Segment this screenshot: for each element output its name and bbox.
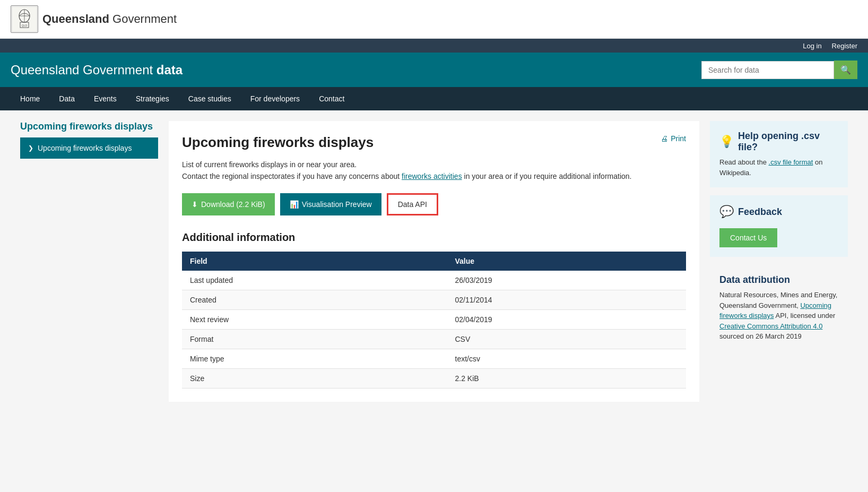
cell-value: text/csv xyxy=(447,349,687,368)
visualise-button[interactable]: 📊 Visualisation Preview xyxy=(280,193,381,215)
nav-contact[interactable]: Contact xyxy=(309,87,354,110)
search-input[interactable] xyxy=(701,61,834,79)
data-attribution-panel: Data attribution Natural Resources, Mine… xyxy=(710,265,848,351)
sidebar-item-fireworks[interactable]: ❯ Upcoming fireworks displays xyxy=(20,137,158,159)
contact-button[interactable]: Contact Us xyxy=(719,228,777,247)
search-button[interactable]: 🔍 xyxy=(834,61,857,79)
info-table: Field Value Last updated26/03/2019Create… xyxy=(182,252,686,389)
table-row: Next review02/04/2019 xyxy=(182,309,686,329)
cell-value: 02/04/2019 xyxy=(447,309,687,329)
table-row: Last updated26/03/2019 xyxy=(182,271,686,290)
additional-info: Additional information Field Value Last … xyxy=(182,231,686,389)
data-attrib-title: Data attribution xyxy=(719,274,838,286)
col-field: Field xyxy=(182,252,447,271)
cell-field: Next review xyxy=(182,309,447,329)
help-text: Read about the .csv file format on Wikip… xyxy=(719,157,838,178)
cell-field: Created xyxy=(182,290,447,309)
col-value: Value xyxy=(447,252,687,271)
chevron-right-icon: ❯ xyxy=(28,144,33,152)
lightbulb-icon: 💡 xyxy=(719,135,734,149)
table-row: Mime typetext/csv xyxy=(182,349,686,368)
help-title: 💡 Help opening .csv file? xyxy=(719,131,838,153)
crest-icon: QLD xyxy=(11,5,38,33)
nav-data[interactable]: Data xyxy=(49,87,84,110)
nav-home[interactable]: Home xyxy=(11,87,49,110)
feedback-title: 💬 Feedback xyxy=(719,205,838,219)
cell-field: Mime type xyxy=(182,349,447,368)
sidebar-title: Upcoming fireworks displays xyxy=(20,121,158,132)
cc-license-link[interactable]: Creative Commons Attribution 4.0 xyxy=(719,322,822,330)
chart-icon: 📊 xyxy=(290,200,299,209)
csv-format-link[interactable]: .csv file format xyxy=(769,158,813,166)
right-sidebar: 💡 Help opening .csv file? Read about the… xyxy=(710,121,848,402)
download-icon: ⬇ xyxy=(192,200,198,209)
search-form: 🔍 xyxy=(701,61,857,79)
register-link[interactable]: Register xyxy=(832,42,857,50)
table-header-row: Field Value xyxy=(182,252,686,271)
main-container: Upcoming fireworks displays ❯ Upcoming f… xyxy=(10,110,858,412)
content-header: Upcoming fireworks displays 🖨 Print xyxy=(182,134,686,151)
nav-events[interactable]: Events xyxy=(84,87,126,110)
cell-field: Size xyxy=(182,368,447,388)
fireworks-link[interactable]: fireworks activities xyxy=(402,172,462,180)
download-button[interactable]: ⬇ Download (2.2 KiB) xyxy=(182,193,275,215)
table-row: Size2.2 KiB xyxy=(182,368,686,388)
sidebar-item-label: Upcoming fireworks displays xyxy=(38,144,132,152)
logo-text: Queensland Government xyxy=(42,12,177,26)
cell-field: Format xyxy=(182,329,447,349)
feedback-panel: 💬 Feedback Contact Us xyxy=(710,195,848,257)
login-link[interactable]: Log in xyxy=(803,42,821,50)
feedback-icon: 💬 xyxy=(719,205,734,219)
print-icon: 🖨 xyxy=(661,134,668,143)
help-panel: 💡 Help opening .csv file? Read about the… xyxy=(710,121,848,187)
logo-area: QLD Queensland Government xyxy=(11,5,177,33)
site-header: Queensland Government data 🔍 xyxy=(0,53,868,87)
table-row: Created02/11/2014 xyxy=(182,290,686,309)
cell-value: CSV xyxy=(447,329,687,349)
auth-bar: Log in Register xyxy=(0,39,868,53)
nav-case-studies[interactable]: Case studies xyxy=(179,87,241,110)
cell-value: 26/03/2019 xyxy=(447,271,687,290)
main-nav: Home Data Events Strategies Case studies… xyxy=(0,87,868,110)
data-attrib-text: Natural Resources, Mines and Energy, Que… xyxy=(719,290,838,342)
description: List of current fireworks displays in or… xyxy=(182,159,686,183)
left-sidebar: Upcoming fireworks displays ❯ Upcoming f… xyxy=(20,121,158,402)
table-row: FormatCSV xyxy=(182,329,686,349)
svg-text:QLD: QLD xyxy=(22,24,28,27)
logo-bar: QLD Queensland Government xyxy=(0,0,868,39)
print-link[interactable]: 🖨 Print xyxy=(661,134,686,143)
additional-info-title: Additional information xyxy=(182,231,686,244)
page-title: Upcoming fireworks displays xyxy=(182,134,374,151)
cell-value: 02/11/2014 xyxy=(447,290,687,309)
description-line1: List of current fireworks displays in or… xyxy=(182,159,686,170)
main-content: Upcoming fireworks displays 🖨 Print List… xyxy=(169,121,699,402)
action-buttons: ⬇ Download (2.2 KiB) 📊 Visualisation Pre… xyxy=(182,193,686,215)
cell-field: Last updated xyxy=(182,271,447,290)
site-title: Queensland Government data xyxy=(11,63,183,77)
search-icon: 🔍 xyxy=(840,65,851,74)
data-api-button[interactable]: Data API xyxy=(387,193,438,215)
nav-strategies[interactable]: Strategies xyxy=(126,87,179,110)
description-line2: Contact the regional inspectorates if yo… xyxy=(182,170,686,182)
cell-value: 2.2 KiB xyxy=(447,368,687,388)
nav-developers[interactable]: For developers xyxy=(241,87,309,110)
